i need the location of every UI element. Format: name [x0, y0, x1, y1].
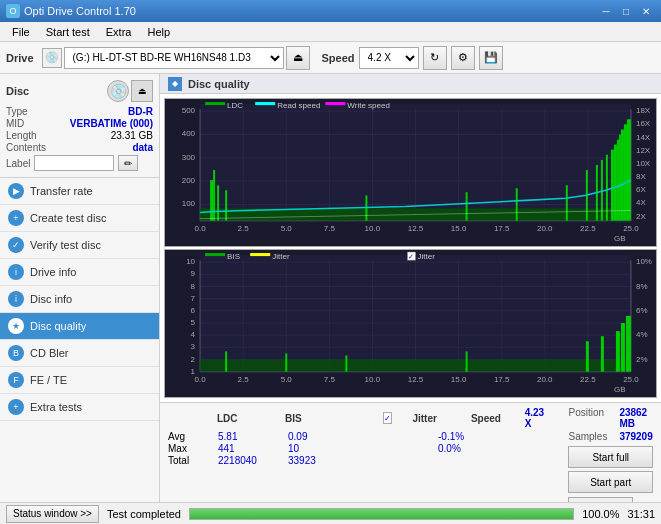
disc-info-icon: i	[8, 291, 24, 307]
svg-text:10.0: 10.0	[365, 224, 381, 233]
svg-text:500: 500	[182, 106, 196, 115]
start-full-button[interactable]: Start full	[568, 446, 653, 468]
label-button[interactable]: ✏	[118, 155, 138, 171]
type-value: BD-R	[128, 106, 153, 117]
menu-start-test[interactable]: Start test	[38, 24, 98, 40]
svg-rect-55	[225, 190, 227, 220]
chart-header: ◆ Disc quality	[160, 74, 661, 94]
svg-rect-133	[616, 331, 620, 372]
svg-text:2.5: 2.5	[238, 224, 250, 233]
menu-file[interactable]: File	[4, 24, 38, 40]
position-samples: Position 23862 MB Samples 379209	[568, 407, 653, 442]
svg-text:6: 6	[191, 306, 196, 315]
nav-drive-info[interactable]: i Drive info	[0, 259, 159, 286]
speed-display-select[interactable]: 4.2 X	[568, 497, 633, 502]
svg-text:5: 5	[191, 318, 196, 327]
stats-table: LDC BIS ✓ Jitter Speed 4.23 X Avg 5.81 0…	[160, 403, 560, 502]
svg-text:400: 400	[182, 129, 196, 138]
svg-text:2: 2	[191, 354, 196, 363]
svg-text:15.0: 15.0	[451, 375, 467, 384]
svg-text:✓: ✓	[408, 253, 414, 260]
drive-select[interactable]: (G:) HL-DT-ST BD-RE WH16NS48 1.D3	[64, 47, 284, 69]
svg-text:BIS: BIS	[227, 252, 240, 261]
app-title: Opti Drive Control 1.70	[24, 5, 136, 17]
svg-rect-62	[601, 160, 603, 221]
action-buttons: Start full Start part	[568, 446, 653, 493]
svg-text:7.5: 7.5	[324, 224, 336, 233]
total-ldc: 2218040	[218, 455, 268, 466]
svg-rect-6	[325, 102, 345, 105]
content-area: ◆ Disc quality LDC Read speed	[160, 74, 661, 502]
svg-rect-127	[225, 351, 227, 371]
nav-create-test-disc[interactable]: + Create test disc	[0, 205, 159, 232]
start-part-button[interactable]: Start part	[568, 471, 653, 493]
drive-info-icon: i	[8, 264, 24, 280]
svg-rect-129	[345, 355, 347, 371]
nav-verify-test-disc[interactable]: ✓ Verify test disc	[0, 232, 159, 259]
avg-jitter: -0.1%	[438, 431, 464, 442]
nav-fe-te-label: FE / TE	[30, 374, 67, 386]
save-button[interactable]: 💾	[479, 46, 503, 70]
bis-header: BIS	[285, 413, 324, 424]
nav-create-test-disc-label: Create test disc	[30, 212, 106, 224]
svg-rect-2	[205, 102, 225, 105]
svg-rect-68	[621, 129, 624, 220]
drive-label: Drive	[6, 52, 34, 64]
svg-rect-64	[611, 150, 614, 221]
position-value: 23862 MB	[619, 407, 653, 429]
toolbar: Drive 💿 (G:) HL-DT-ST BD-RE WH16NS48 1.D…	[0, 42, 661, 74]
nav-drive-info-label: Drive info	[30, 266, 76, 278]
svg-text:Jitter: Jitter	[272, 252, 290, 261]
eject-disc-button[interactable]: ⏏	[131, 80, 153, 102]
title-bar: O Opti Drive Control 1.70 ─ □ ✕	[0, 0, 661, 22]
svg-text:300: 300	[182, 153, 196, 162]
label-input[interactable]	[34, 155, 114, 171]
svg-rect-130	[466, 351, 468, 371]
menu-help[interactable]: Help	[139, 24, 178, 40]
nav-disc-quality[interactable]: ★ Disc quality	[0, 313, 159, 340]
max-bis: 10	[288, 443, 328, 454]
nav-disc-info[interactable]: i Disc info	[0, 286, 159, 313]
svg-text:6X: 6X	[636, 185, 646, 194]
svg-text:14X: 14X	[636, 133, 651, 142]
svg-text:100: 100	[182, 199, 196, 208]
eject-button[interactable]: ⏏	[286, 46, 310, 70]
status-window-button[interactable]: Status window >>	[6, 505, 99, 523]
svg-rect-132	[601, 336, 604, 371]
nav-fe-te[interactable]: F FE / TE	[0, 367, 159, 394]
samples-value: 379209	[619, 431, 653, 442]
svg-text:10: 10	[186, 257, 195, 266]
nav-cd-bler[interactable]: B CD Bler	[0, 340, 159, 367]
avg-label: Avg	[168, 431, 198, 442]
minimize-button[interactable]: ─	[597, 3, 615, 19]
svg-text:Read speed: Read speed	[277, 101, 320, 110]
nav-extra-tests[interactable]: + Extra tests	[0, 394, 159, 421]
svg-text:18X: 18X	[636, 106, 651, 115]
nav-disc-quality-label: Disc quality	[30, 320, 86, 332]
svg-text:17.5: 17.5	[494, 224, 510, 233]
svg-text:17.5: 17.5	[494, 375, 510, 384]
maximize-button[interactable]: □	[617, 3, 635, 19]
cd-bler-icon: B	[8, 345, 24, 361]
avg-ldc: 5.81	[218, 431, 268, 442]
total-label: Total	[168, 455, 198, 466]
svg-text:12X: 12X	[636, 146, 651, 155]
chart-ldc-svg: LDC Read speed Write speed	[165, 99, 656, 246]
svg-text:22.5: 22.5	[580, 224, 596, 233]
svg-text:10.0: 10.0	[365, 375, 381, 384]
settings-button[interactable]: ⚙	[451, 46, 475, 70]
speed-select[interactable]: 4.2 X	[359, 47, 419, 69]
nav-disc-info-label: Disc info	[30, 293, 72, 305]
progress-bar-fill	[190, 509, 573, 519]
refresh-button[interactable]: ↻	[423, 46, 447, 70]
menu-extra[interactable]: Extra	[98, 24, 140, 40]
close-button[interactable]: ✕	[637, 3, 655, 19]
svg-text:8X: 8X	[636, 172, 646, 181]
svg-rect-131	[586, 341, 589, 371]
contents-key: Contents	[6, 142, 46, 153]
nav-transfer-rate[interactable]: ▶ Transfer rate	[0, 178, 159, 205]
nav-verify-test-disc-label: Verify test disc	[30, 239, 101, 251]
disc-contents-row: Contents data	[6, 142, 153, 153]
svg-rect-66	[617, 140, 619, 221]
verify-test-disc-icon: ✓	[8, 237, 24, 253]
